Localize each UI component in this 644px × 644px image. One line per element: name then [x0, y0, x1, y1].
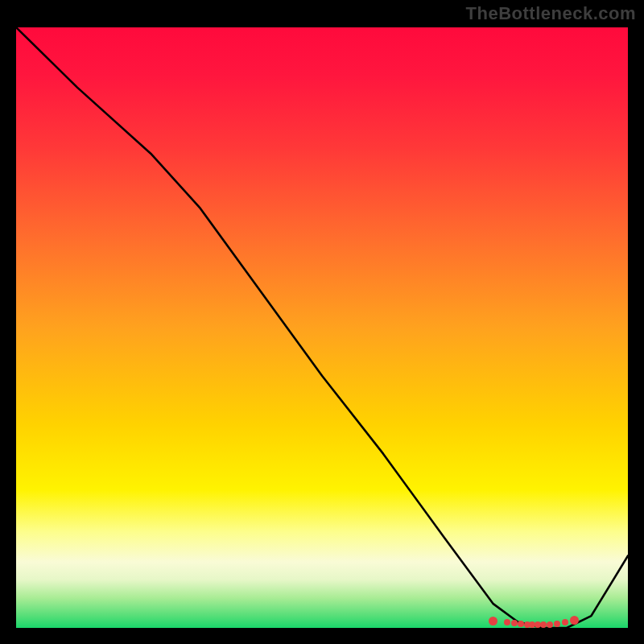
plot-area — [16, 27, 628, 628]
marker-point — [540, 621, 547, 628]
watermark-text: TheBottleneck.com — [466, 3, 636, 24]
marker-point — [504, 619, 510, 625]
marker-point — [547, 621, 553, 628]
marker-point — [489, 617, 497, 625]
marker-layer — [16, 27, 628, 628]
marker-point — [554, 621, 560, 627]
marker-point — [511, 620, 518, 626]
marker-point — [518, 621, 524, 627]
chart-root: TheBottleneck.com — [0, 0, 644, 644]
marker-point — [570, 616, 579, 625]
marker-point — [562, 619, 568, 625]
